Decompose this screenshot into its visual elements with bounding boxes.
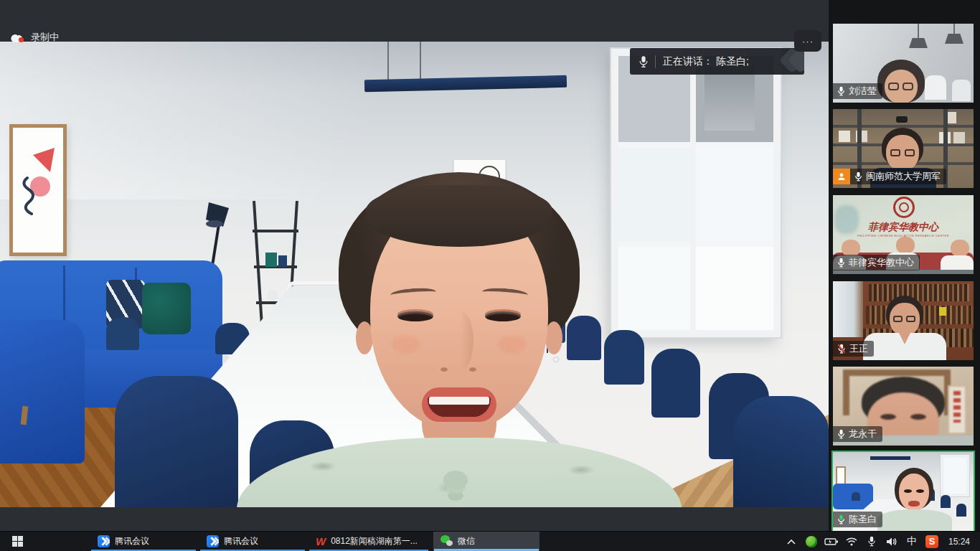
participant-nameplate: 王正 xyxy=(833,341,874,357)
participant-nameplate: 菲律宾华教中心 xyxy=(833,255,920,270)
ime-language-indicator[interactable]: 中 xyxy=(904,532,920,551)
sogou-input-icon[interactable]: S xyxy=(924,532,940,551)
eye-right xyxy=(485,311,521,321)
participant-name: 陈圣白 xyxy=(849,513,877,526)
taskbar-app-tencent-meeting-2[interactable]: 腾讯会议 xyxy=(199,532,306,551)
wifi-icon[interactable] xyxy=(844,532,859,551)
eye xyxy=(916,489,924,493)
more-options-dots: ··· xyxy=(802,36,814,47)
collar-opening xyxy=(899,333,910,344)
mic-muted-icon xyxy=(837,344,846,354)
participant-nameplate: 闽南师范大学周军 xyxy=(833,169,946,184)
hidden-icons-chevron[interactable] xyxy=(783,532,799,551)
earring xyxy=(554,357,558,362)
window-pane xyxy=(618,148,690,241)
conference-chair xyxy=(651,349,700,418)
mic-on-icon xyxy=(854,171,862,182)
glasses-lens xyxy=(906,316,915,322)
participants-sidebar: 刘洁莹 闽南师范大学周军 xyxy=(829,0,980,531)
participant-face xyxy=(885,70,918,103)
banner-subtitle: PHILIPPINE CHINESE EDUCATION RESEARCH CE… xyxy=(833,234,974,237)
mouth xyxy=(422,387,496,422)
more-options-button[interactable]: ··· xyxy=(794,30,821,52)
wall-art-poster xyxy=(9,124,67,256)
participant-nameplate: 龙永干 xyxy=(833,426,882,442)
eye xyxy=(910,414,926,420)
participant-thumbnail[interactable]: 王正 xyxy=(833,281,974,360)
participant-face xyxy=(886,135,919,171)
paper-strips xyxy=(953,391,961,423)
white-shirt xyxy=(863,333,946,360)
participant-nameplate: 陈圣白 xyxy=(833,512,882,527)
poster-graphic xyxy=(13,128,63,253)
mini-speaker-blouse xyxy=(877,509,952,531)
meeting-logo-watermark xyxy=(783,51,804,70)
teeth xyxy=(429,397,489,405)
start-button[interactable] xyxy=(0,532,34,551)
mini-window xyxy=(941,455,969,496)
taskbar-clock[interactable]: 15:24 xyxy=(944,537,974,547)
mic-speaking-icon xyxy=(837,514,845,524)
record-cloud-icon xyxy=(10,32,26,43)
book-row xyxy=(869,284,969,301)
taskbar-app-wps-document[interactable]: W 0812新闻稿湖南第一... xyxy=(308,532,429,551)
shelf-boxes xyxy=(839,131,850,142)
lamp-stem xyxy=(953,24,955,35)
tencent-meeting-icon xyxy=(98,535,110,547)
banner-title: 菲律宾华教中心 xyxy=(833,221,974,234)
toast-divider xyxy=(655,55,656,68)
building-silhouette xyxy=(705,66,755,131)
microphone-tray-icon[interactable] xyxy=(864,532,880,551)
sofa-arm xyxy=(0,320,85,463)
webcam xyxy=(896,116,908,123)
eyebrow-left xyxy=(390,287,437,300)
taskbar-spacer xyxy=(34,532,90,551)
mini-pendant xyxy=(870,456,910,460)
eye xyxy=(880,414,896,420)
glasses-lens xyxy=(903,83,913,90)
system-tray: 中 S 15:24 xyxy=(783,532,980,551)
sogou-letter: S xyxy=(925,535,938,548)
pendant-cable xyxy=(387,42,389,82)
participant-thumbnail[interactable]: 闽南师范大学周军 xyxy=(833,109,974,188)
wps-icon: W xyxy=(316,535,326,547)
window xyxy=(611,49,781,337)
desktop: 录制中 正在讲话： 陈圣白; ··· 腾讯会议 xyxy=(0,0,980,551)
mic-on-icon xyxy=(837,429,845,439)
wechat-icon xyxy=(440,535,453,547)
window-pane xyxy=(696,247,773,330)
recording-indicator[interactable]: 录制中 xyxy=(10,30,59,44)
recording-label: 录制中 xyxy=(31,31,59,44)
speaking-label: 正在讲话： xyxy=(663,55,713,68)
speaker-hairline xyxy=(366,185,552,247)
eye xyxy=(904,489,912,493)
participant-thumbnail[interactable]: 菲律宾华教中心 PHILIPPINE CHINESE EDUCATION RES… xyxy=(833,195,974,274)
eye-left xyxy=(397,311,433,321)
window-pane xyxy=(618,247,690,330)
battery-icon[interactable] xyxy=(824,532,839,551)
pendant-cable xyxy=(420,42,421,79)
taskbar-app-tencent-meeting-1[interactable]: 腾讯会议 xyxy=(90,532,197,551)
teal-pillow xyxy=(142,283,191,334)
blouse-bow xyxy=(443,471,468,489)
microphone-icon xyxy=(639,55,649,68)
participant-name: 刘洁莹 xyxy=(849,85,877,98)
wechat-bubble-small xyxy=(446,540,453,546)
windows-taskbar: 腾讯会议 腾讯会议 W 0812新闻稿湖南第一... 微信 xyxy=(0,531,980,551)
speaker-face xyxy=(370,195,548,432)
taskbar-app-wechat[interactable]: 微信 xyxy=(433,532,540,551)
speaking-speaker-name: 陈圣白; xyxy=(716,55,749,68)
participant-thumbnail-active-speaker[interactable]: 陈圣白 xyxy=(833,452,974,531)
participant-thumbnail[interactable]: 刘洁莹 xyxy=(833,24,974,103)
volume-icon[interactable] xyxy=(884,532,900,551)
participant-thumbnail[interactable]: 龙永干 xyxy=(833,367,974,446)
antivirus-tray-icon[interactable] xyxy=(804,532,819,551)
windows-logo-icon xyxy=(12,536,23,547)
mic-on-icon xyxy=(837,86,845,96)
glasses-lens xyxy=(890,149,900,156)
participant-name: 龙永干 xyxy=(849,428,877,441)
conference-chair xyxy=(106,317,139,350)
participant-face xyxy=(890,303,920,336)
nose-shadow xyxy=(445,310,473,372)
nostril xyxy=(469,367,476,372)
